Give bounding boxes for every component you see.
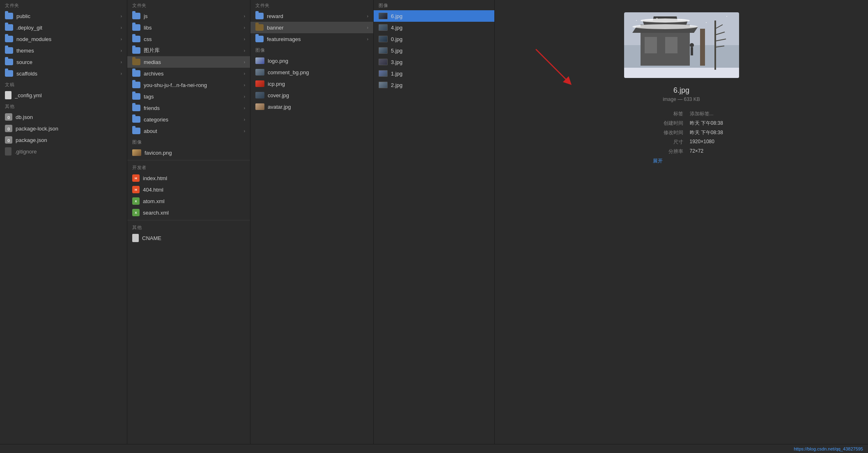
file-name: .gitignore	[15, 149, 122, 155]
file-cover-jpg[interactable]: cover.jpg	[250, 89, 373, 101]
doc-icon	[5, 91, 11, 99]
folder-icon	[5, 70, 13, 77]
folder-banner[interactable]: banner ›	[250, 22, 373, 33]
chevron-icon: ›	[367, 37, 368, 41]
folder-name: archives	[144, 71, 241, 77]
meta-expand-row[interactable]: 展开	[616, 158, 747, 165]
folder-name: about	[144, 128, 241, 134]
file-cname[interactable]: CNAME	[127, 232, 250, 244]
created-value: 昨天 下午08:38	[690, 120, 747, 127]
file-package-json[interactable]: {} package.json	[0, 134, 127, 146]
file-search-xml[interactable]: X search.xml	[127, 207, 250, 218]
divider	[127, 160, 250, 160]
file-avatar-jpg[interactable]: avatar.jpg	[250, 101, 373, 112]
image-thumb	[379, 24, 388, 31]
col2-other2-header: 其他	[127, 222, 250, 232]
folder-icon	[255, 13, 264, 19]
file-logo-png[interactable]: logo.png	[250, 55, 373, 66]
chevron-icon: ›	[244, 25, 245, 30]
file-name: atom.xml	[143, 198, 245, 204]
file-4jpg[interactable]: 4.jpg	[374, 22, 494, 33]
folder-categories[interactable]: categories ›	[127, 114, 250, 125]
file-atom-xml[interactable]: X atom.xml	[127, 195, 250, 207]
file-2jpg[interactable]: 2.jpg	[374, 79, 494, 91]
folder-themes[interactable]: themes ›	[0, 45, 127, 56]
folder-reward[interactable]: reward ›	[250, 10, 373, 22]
folder-tags[interactable]: tags ›	[127, 91, 250, 102]
folder-source[interactable]: source ›	[0, 56, 127, 68]
file-name: 2.jpg	[391, 82, 489, 88]
file-404-html[interactable]: H 404.html	[127, 184, 250, 195]
file-name: avatar.jpg	[268, 104, 368, 110]
file-comment-bg[interactable]: comment_bg.png	[250, 66, 373, 78]
preview-meta: 标签 添加标签... 创建时间 昨天 下午08:38 修改时间 昨天 下午08:…	[616, 110, 747, 167]
file-db-json[interactable]: {} db.json	[0, 111, 127, 123]
file-package-lock[interactable]: {} package-lock.json	[0, 123, 127, 134]
folder-icon	[132, 105, 140, 111]
folder-icon	[255, 36, 264, 42]
folder-name: banner	[267, 25, 364, 31]
file-name: db.json	[16, 114, 122, 120]
file-0jpg[interactable]: 0.jpg	[374, 33, 494, 45]
col4-images-header: 图像	[374, 0, 494, 10]
file-icp-png[interactable]: icp.png	[250, 78, 373, 89]
divider	[127, 220, 250, 220]
cname-icon	[132, 234, 139, 242]
file-name: package-lock.json	[16, 126, 122, 132]
meta-created-row: 创建时间 昨天 下午08:38	[616, 120, 747, 127]
chevron-icon: ›	[367, 25, 368, 30]
folder-icon	[132, 36, 140, 42]
preview-image-container	[624, 12, 739, 78]
file-gitignore[interactable]: .gitignore	[0, 146, 127, 157]
folder-name: themes	[16, 48, 117, 54]
image-thumb	[379, 13, 388, 19]
image-thumb	[255, 103, 264, 110]
col1-docs-header: 文稿	[0, 79, 127, 89]
chevron-icon: ›	[121, 14, 122, 18]
folder-you-shu[interactable]: you-shu-ju-f...n-fa-nei-rong ›	[127, 79, 250, 91]
file-favicon[interactable]: favicon.png	[127, 147, 250, 158]
modified-value: 昨天 下午08:38	[690, 129, 747, 136]
folder-scaffolds[interactable]: scaffolds ›	[0, 68, 127, 79]
file-6jpg[interactable]: 6.jpg	[374, 10, 494, 22]
chevron-icon: ›	[244, 129, 245, 133]
folder-about[interactable]: about ›	[127, 125, 250, 137]
file-config-yml[interactable]: _config.yml	[0, 89, 127, 101]
dpi-label: 分辨率	[668, 148, 683, 155]
file-name: package.json	[16, 137, 122, 143]
chevron-icon: ›	[244, 71, 245, 76]
folder-pictures[interactable]: 图片库 ›	[127, 45, 250, 56]
folder-featureimages[interactable]: featureimages ›	[250, 33, 373, 45]
file-1jpg[interactable]: 1.jpg	[374, 68, 494, 79]
image-thumb	[255, 57, 264, 64]
xml-icon: X	[132, 209, 140, 216]
folder-name: js	[144, 13, 241, 19]
file-5jpg[interactable]: 5.jpg	[374, 45, 494, 56]
folder-archives[interactable]: archives ›	[127, 68, 250, 79]
folder-libs[interactable]: libs ›	[127, 22, 250, 33]
folder-icon	[5, 59, 13, 65]
folder-medias[interactable]: medias ›	[127, 56, 250, 68]
file-name: _config.yml	[15, 92, 122, 98]
tags-add[interactable]: 添加标签...	[690, 110, 747, 117]
file-name: 6.jpg	[391, 13, 489, 19]
folder-js[interactable]: js ›	[127, 10, 250, 22]
folder-public[interactable]: public ›	[0, 10, 127, 22]
folder-name: .deploy_git	[16, 25, 117, 31]
folder-css[interactable]: css ›	[127, 33, 250, 45]
file-name: 4.jpg	[391, 25, 489, 31]
expand-button[interactable]: 展开	[653, 158, 710, 165]
folder-node-modules[interactable]: node_modules ›	[0, 33, 127, 45]
file-name: search.xml	[143, 210, 245, 216]
folder-name: libs	[144, 25, 241, 31]
folder-deploy-git[interactable]: .deploy_git ›	[0, 22, 127, 33]
preview-filename: 6.jpg	[673, 86, 689, 95]
image-thumb	[255, 69, 264, 76]
folder-icon	[132, 82, 140, 88]
folder-name: medias	[144, 59, 241, 65]
file-index-html[interactable]: H index.html	[127, 172, 250, 184]
folder-public-name: public	[16, 13, 117, 19]
file-name: logo.png	[268, 58, 368, 64]
file-3jpg[interactable]: 3.jpg	[374, 56, 494, 68]
folder-friends[interactable]: friends ›	[127, 102, 250, 114]
